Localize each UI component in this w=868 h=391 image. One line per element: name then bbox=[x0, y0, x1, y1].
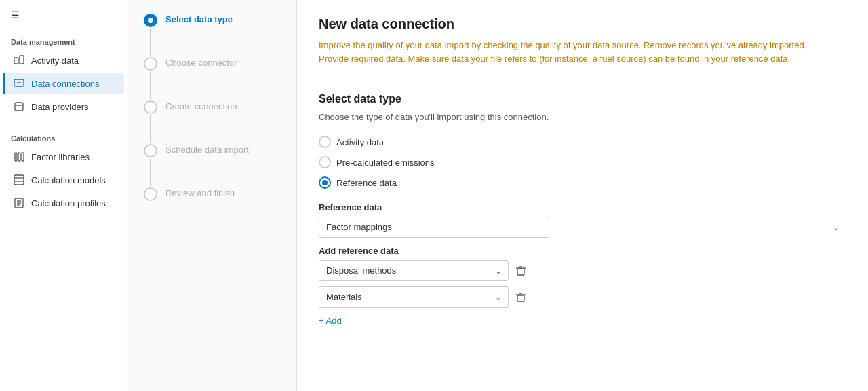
radio-label-activity-data: Activity data bbox=[336, 137, 384, 147]
sidebar-item-activity-data-label: Activity data bbox=[31, 56, 79, 66]
step-choose-connector: Choose connector bbox=[144, 57, 280, 100]
step-circle-3 bbox=[144, 100, 157, 114]
calculation-models-icon bbox=[14, 174, 24, 185]
svg-rect-6 bbox=[15, 153, 17, 161]
data-management-section-label: Data management bbox=[0, 30, 127, 49]
delete-disposal-methods-icon bbox=[515, 265, 526, 276]
delete-materials-button[interactable] bbox=[513, 289, 529, 305]
step-connector-1 bbox=[144, 14, 157, 57]
sidebar-item-activity-data[interactable]: Activity data bbox=[3, 50, 124, 71]
sidebar-item-data-providers-label: Data providers bbox=[31, 102, 89, 112]
add-reference-row-materials: Materials ⌄ bbox=[319, 286, 846, 308]
step-review-and-finish: Review and finish bbox=[144, 187, 280, 201]
reference-data-dropdown-container: Factor mappings Emission factors Locatio… bbox=[319, 217, 846, 238]
step-label-choose-connector: Choose connector bbox=[165, 57, 237, 68]
svg-rect-4 bbox=[15, 103, 23, 111]
step-line-2 bbox=[150, 72, 151, 99]
add-reference-data-button[interactable]: + Add bbox=[319, 313, 342, 329]
step-line-3 bbox=[150, 115, 151, 143]
step-label-create-connection: Create connection bbox=[165, 100, 237, 111]
reference-data-dropdown-arrow-icon: ⌄ bbox=[833, 223, 840, 232]
step-connector-3 bbox=[144, 100, 157, 144]
sidebar-item-factor-libraries-label: Factor libraries bbox=[31, 152, 90, 162]
delete-disposal-methods-button[interactable] bbox=[513, 263, 529, 279]
step-select-data-type: Select data type bbox=[144, 14, 280, 57]
hamburger-menu[interactable]: ☰ bbox=[0, 0, 127, 30]
step-circle-1 bbox=[144, 14, 157, 27]
svg-rect-8 bbox=[22, 153, 24, 161]
radio-circle-activity-data bbox=[319, 136, 331, 148]
calculations-section-label: Calculations bbox=[0, 126, 127, 145]
stepper-panel: Select data type Choose connector Create… bbox=[127, 0, 297, 391]
step-circle-2 bbox=[144, 57, 157, 71]
step-schedule-data-import: Schedule data import bbox=[144, 144, 280, 187]
sidebar-item-factor-libraries[interactable]: Factor libraries bbox=[3, 146, 124, 168]
section-divider bbox=[319, 79, 846, 79]
materials-dropdown-container: Materials ⌄ bbox=[319, 286, 509, 308]
add-reference-row-disposal-methods: Disposal methods ⌄ bbox=[319, 260, 846, 281]
sidebar-item-data-connections[interactable]: Data connections bbox=[3, 73, 124, 94]
step-create-connection: Create connection bbox=[144, 100, 280, 144]
svg-rect-1 bbox=[20, 56, 24, 64]
add-button-label: + Add bbox=[319, 316, 342, 326]
data-connections-icon bbox=[14, 78, 24, 89]
radio-item-pre-calculated-emissions[interactable]: Pre-calculated emissions bbox=[319, 156, 846, 168]
step-label-schedule-data-import: Schedule data import bbox=[165, 144, 249, 155]
step-line-1 bbox=[150, 29, 151, 56]
factor-libraries-icon bbox=[14, 151, 24, 162]
radio-group-data-type: Activity data Pre-calculated emissions R… bbox=[319, 136, 846, 189]
sidebar-item-calculation-profiles[interactable]: Calculation profiles bbox=[3, 192, 124, 214]
sidebar: ☰ Data management Activity data Data con… bbox=[0, 0, 127, 391]
disposal-methods-dropdown-container: Disposal methods ⌄ bbox=[319, 260, 509, 281]
step-label-select-data-type: Select data type bbox=[165, 14, 233, 24]
step-connector-5 bbox=[144, 187, 157, 201]
sidebar-item-calculation-models[interactable]: Calculation models bbox=[3, 169, 124, 191]
sidebar-item-calculation-models-label: Calculation models bbox=[31, 175, 106, 185]
step-connector-2 bbox=[144, 57, 157, 100]
svg-rect-7 bbox=[18, 153, 20, 161]
radio-label-pre-calculated-emissions: Pre-calculated emissions bbox=[336, 157, 435, 168]
data-providers-icon bbox=[14, 101, 24, 112]
reference-data-dropdown[interactable]: Factor mappings Emission factors Locatio… bbox=[319, 217, 549, 238]
hamburger-icon: ☰ bbox=[11, 10, 20, 20]
section-title: Select data type bbox=[319, 93, 846, 105]
radio-circle-reference-data bbox=[319, 176, 331, 189]
radio-label-reference-data: Reference data bbox=[336, 178, 397, 188]
radio-item-reference-data[interactable]: Reference data bbox=[319, 176, 846, 189]
svg-rect-16 bbox=[517, 269, 524, 275]
activity-data-icon bbox=[14, 55, 24, 66]
sidebar-item-calculation-profiles-label: Calculation profiles bbox=[31, 198, 106, 208]
step-circle-5 bbox=[144, 187, 157, 201]
svg-rect-19 bbox=[517, 295, 524, 301]
sidebar-item-data-providers[interactable]: Data providers bbox=[3, 96, 124, 117]
calculation-profiles-icon bbox=[14, 198, 24, 208]
delete-materials-icon bbox=[515, 292, 526, 303]
main-content: New data connection Improve the quality … bbox=[297, 0, 868, 391]
step-label-review-and-finish: Review and finish bbox=[165, 187, 235, 198]
section-desc: Choose the type of data you'll import us… bbox=[319, 112, 846, 122]
step-connector-4 bbox=[144, 144, 157, 187]
svg-rect-9 bbox=[14, 175, 24, 185]
radio-circle-pre-calculated-emissions bbox=[319, 156, 331, 168]
sidebar-item-data-connections-label: Data connections bbox=[31, 79, 99, 89]
reference-data-field-label: Reference data bbox=[319, 202, 846, 212]
step-line-4 bbox=[150, 159, 151, 186]
materials-dropdown[interactable]: Materials bbox=[319, 286, 509, 308]
radio-item-activity-data[interactable]: Activity data bbox=[319, 136, 846, 148]
svg-rect-0 bbox=[14, 58, 18, 64]
page-title: New data connection bbox=[319, 16, 846, 32]
add-reference-data-label: Add reference data bbox=[319, 246, 846, 256]
step-circle-4 bbox=[144, 144, 157, 157]
disposal-methods-dropdown[interactable]: Disposal methods bbox=[319, 260, 509, 281]
info-text: Improve the quality of your data import … bbox=[319, 39, 821, 65]
